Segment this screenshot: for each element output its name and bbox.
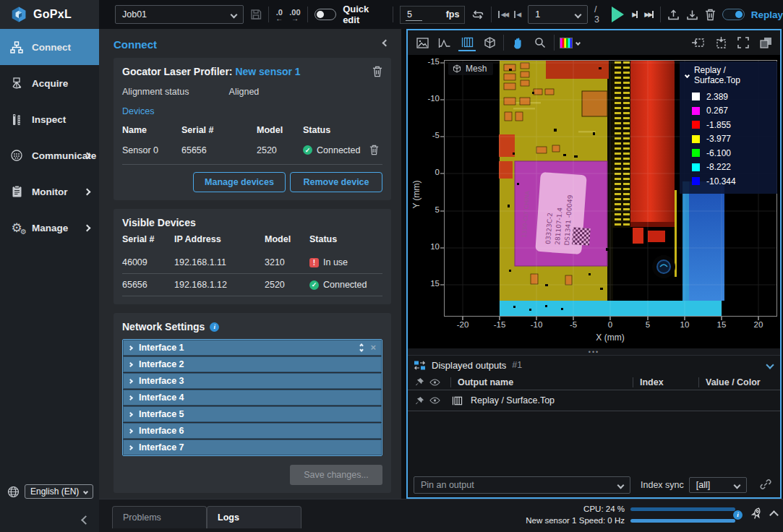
index-sync-label: Index sync	[641, 480, 684, 490]
gopxl-app: GoPxL Job01 .0 ← .00 → Quick edit 5 fps	[0, 0, 783, 532]
fit-width-button[interactable]	[690, 34, 707, 51]
sidebar-item-acquire[interactable]: Acquire	[0, 65, 99, 101]
device-status-text: In use	[323, 257, 348, 267]
tab-logs[interactable]: Logs	[207, 506, 301, 528]
viewer-toolbar	[408, 30, 780, 55]
close-icon[interactable]: ×	[370, 344, 376, 351]
divider	[268, 7, 269, 22]
y-tick: -5	[414, 131, 440, 140]
last-frame-button[interactable]: ▶▶	[644, 11, 654, 18]
info-icon[interactable]: i	[210, 322, 219, 332]
x-tick: -10	[522, 320, 551, 329]
divider	[554, 35, 555, 51]
pin-icon[interactable]	[414, 396, 425, 406]
sidebar-item-monitor[interactable]: Monitor	[0, 173, 99, 210]
surface-view-button[interactable]	[458, 34, 476, 51]
manage-devices-button[interactable]: Manage devices	[193, 172, 286, 192]
fps-input[interactable]: 5 fps	[400, 6, 465, 24]
sidebar-item-connect[interactable]: Connect	[0, 29, 99, 65]
play-button[interactable]	[612, 7, 624, 22]
index-sync-select[interactable]: [all]	[689, 477, 747, 493]
interface-row[interactable]: Interface 7	[123, 439, 382, 455]
decimal-decrease-button[interactable]: .0 ←	[275, 9, 283, 21]
sidebar-item-manage[interactable]: ⚙ ⚙ Manage	[0, 210, 99, 246]
mesh-view-button[interactable]	[481, 34, 498, 51]
divider	[307, 7, 308, 22]
language-select[interactable]: English (EN)	[25, 484, 93, 499]
upload-button[interactable]	[667, 9, 680, 21]
x-tick: 20	[744, 320, 773, 329]
job-select-value: Job01	[122, 9, 147, 20]
interface-row[interactable]: Interface 2	[123, 356, 382, 372]
manage-icon: ⚙ ⚙	[9, 222, 24, 234]
legend-value: -10.344	[706, 176, 736, 186]
interface-row[interactable]: Interface 1 ×	[123, 340, 382, 356]
link-icon[interactable]	[760, 479, 771, 492]
delete-device-button[interactable]	[365, 142, 382, 161]
divider	[698, 377, 699, 387]
device-ip-link[interactable]: 192.168.1.12	[174, 274, 265, 296]
profile-view-button[interactable]	[436, 34, 453, 51]
decimal-increase-button[interactable]: .00 →	[289, 9, 300, 21]
visible-devices-card: Visible Devices Serial # IP Address Mode…	[114, 209, 391, 304]
quick-edit-toggle[interactable]	[315, 9, 337, 20]
interface-row[interactable]: Interface 6	[123, 423, 382, 439]
mesh-mode-badge[interactable]: Mesh	[448, 62, 493, 75]
interface-row[interactable]: Interface 4	[123, 390, 382, 406]
info-icon[interactable]: i	[733, 510, 743, 520]
legend-swatch	[692, 135, 700, 143]
zoom-tool-button[interactable]	[531, 34, 549, 51]
remove-device-button[interactable]: Remove device	[290, 172, 382, 192]
interface-row[interactable]: Interface 5	[123, 406, 382, 422]
trash-icon	[372, 66, 382, 77]
sidebar-item-inspect[interactable]: Inspect	[0, 101, 99, 137]
interface-row[interactable]: Interface 3	[123, 373, 382, 389]
loop-playback-button[interactable]	[471, 9, 484, 20]
expand-status-panel-button[interactable]	[769, 510, 779, 520]
outputs-controls: Pin an output Index sync [all]	[408, 473, 780, 497]
fit-view-button[interactable]	[735, 34, 752, 51]
output-row[interactable]: Replay / Surface.Top	[408, 390, 780, 411]
reorder-icon[interactable]	[360, 344, 363, 351]
data-viewer-panel: Y (mm) -15 -10 -5 0 5 10 15	[406, 29, 782, 499]
visibility-eye-icon[interactable]	[429, 397, 440, 404]
performance-rocket-icon[interactable]	[750, 507, 763, 523]
globe-icon	[7, 486, 20, 498]
interface-label: Interface 4	[139, 392, 184, 403]
sidebar-item-communicate[interactable]: Communicate	[0, 137, 99, 173]
mesh-label: Mesh	[466, 64, 487, 74]
tab-problems[interactable]: Problems	[112, 506, 207, 528]
layers-button[interactable]	[757, 34, 774, 51]
legend-collapse-icon[interactable]	[685, 73, 690, 78]
legend-swatch	[692, 149, 700, 157]
pin-output-select[interactable]: Pin an output	[414, 476, 630, 494]
delete-sensor-button[interactable]	[372, 66, 382, 77]
surface-legend[interactable]: Replay / Surface.Top 2.389 0.267 -1.855 …	[680, 61, 777, 194]
visible-devices-title: Visible Devices	[122, 217, 382, 228]
next-frame-button[interactable]: ▶	[632, 11, 638, 18]
divider	[503, 35, 504, 51]
collapse-outputs-button[interactable]	[766, 361, 774, 369]
save-changes-button[interactable]: Save changes...	[290, 465, 382, 485]
first-frame-button[interactable]: ◀◀	[498, 11, 508, 18]
surface-viewer[interactable]: Y (mm) -15 -10 -5 0 5 10 15	[408, 55, 780, 348]
expand-chevron-icon	[128, 411, 133, 416]
fit-height-button[interactable]	[712, 34, 729, 51]
device-ip-link[interactable]: 192.168.1.11	[174, 252, 265, 273]
save-job-button[interactable]	[250, 9, 262, 20]
replay-toggle[interactable]	[722, 9, 745, 20]
sensor-name-link[interactable]: New sensor 1	[235, 66, 300, 77]
frame-select[interactable]: 1	[528, 5, 588, 24]
image-view-button[interactable]	[414, 34, 431, 51]
delete-replay-button[interactable]	[705, 9, 716, 21]
pan-tool-button[interactable]	[509, 34, 526, 51]
frame-select-value: 1	[535, 9, 540, 20]
colormap-select[interactable]	[560, 38, 580, 48]
download-button[interactable]	[686, 9, 698, 21]
previous-frame-button[interactable]: ◀	[514, 11, 520, 18]
legend-value: -6.100	[706, 148, 731, 158]
panel-splitter[interactable]: •••	[408, 348, 780, 355]
sidebar-collapse-button[interactable]	[81, 515, 90, 525]
column-header-serial: Serial #	[181, 122, 254, 142]
job-select[interactable]: Job01	[115, 5, 244, 24]
